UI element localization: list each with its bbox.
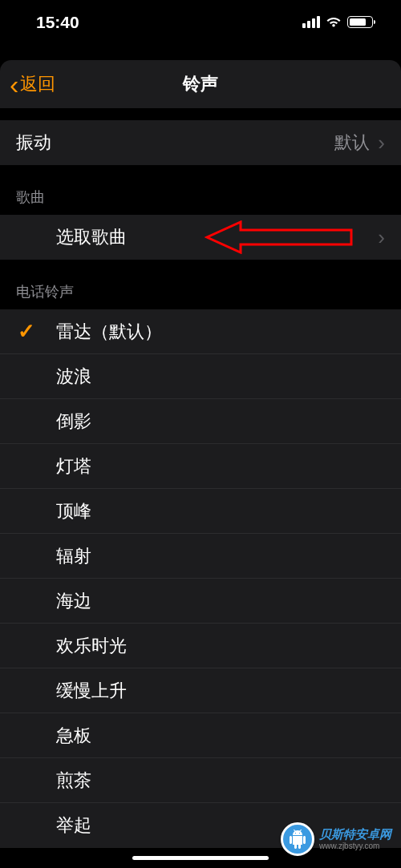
ringtones-header: 电话铃声 [0, 260, 401, 309]
ringtone-label: 海边 [56, 589, 91, 613]
ringtone-item[interactable]: 急板 [0, 713, 401, 758]
pick-song-row[interactable]: 选取歌曲 › [0, 215, 401, 260]
battery-icon [347, 16, 373, 28]
ringtone-item[interactable]: 海边 [0, 579, 401, 624]
ringtone-label: 辐射 [56, 544, 91, 568]
ringtone-item[interactable]: 波浪 [0, 354, 401, 399]
back-label: 返回 [20, 72, 55, 96]
content-area: 振动 默认 › 歌曲 选取歌曲 › 电话铃声 ✓雷达（默认）波浪倒影灯塔顶峰辐射… [0, 108, 401, 868]
songs-header: 歌曲 [0, 165, 401, 215]
nav-bar: ‹ 返回 铃声 [0, 60, 401, 108]
ringtone-item[interactable]: 倒影 [0, 399, 401, 444]
ringtone-label: 波浪 [56, 365, 91, 389]
ringtone-label: 雷达（默认） [56, 320, 162, 344]
chevron-right-icon: › [378, 131, 385, 155]
ringtone-label: 煎茶 [56, 769, 91, 793]
home-indicator[interactable] [132, 856, 269, 860]
ringtone-list: ✓雷达（默认）波浪倒影灯塔顶峰辐射海边欢乐时光缓慢上升急板煎茶举起 [0, 309, 401, 848]
pick-song-label: 选取歌曲 [56, 225, 127, 249]
annotation-arrow-icon [205, 220, 353, 254]
ringtone-item[interactable]: 顶峰 [0, 489, 401, 534]
ringtone-label: 急板 [56, 724, 91, 748]
watermark-title: 贝斯特安卓网 [319, 827, 391, 842]
ringtone-label: 缓慢上升 [56, 679, 127, 703]
page-title: 铃声 [0, 72, 401, 96]
status-icons [302, 16, 373, 28]
watermark-url: www.zjbstyy.com [319, 842, 391, 851]
ringtone-item[interactable]: 煎茶 [0, 758, 401, 803]
vibration-value: 默认 [334, 131, 370, 155]
ringtone-item[interactable]: 灯塔 [0, 444, 401, 489]
vibration-row[interactable]: 振动 默认 › [0, 120, 401, 165]
ringtone-item[interactable]: ✓雷达（默认） [0, 309, 401, 354]
status-bar: 15:40 [0, 0, 401, 44]
ringtone-label: 举起 [56, 813, 91, 838]
ringtone-label: 灯塔 [56, 454, 91, 478]
ringtone-item[interactable]: 缓慢上升 [0, 668, 401, 713]
back-button[interactable]: ‹ 返回 [10, 71, 55, 98]
ringtone-label: 顶峰 [56, 499, 91, 523]
watermark-logo-icon [281, 822, 314, 856]
cellular-icon [302, 16, 320, 28]
ringtone-label: 倒影 [56, 410, 91, 434]
wifi-icon [326, 16, 342, 28]
chevron-right-icon: › [378, 225, 385, 250]
chevron-left-icon: ‹ [10, 71, 18, 98]
status-time: 15:40 [36, 13, 79, 32]
settings-sheet: ‹ 返回 铃声 振动 默认 › 歌曲 选取歌曲 › 电话铃声 ✓雷达（默认）波浪… [0, 60, 401, 868]
vibration-label: 振动 [16, 131, 51, 155]
ringtone-item[interactable]: 欢乐时光 [0, 624, 401, 668]
ringtone-label: 欢乐时光 [56, 634, 127, 658]
watermark: 贝斯特安卓网 www.zjbstyy.com [281, 822, 391, 856]
ringtone-item[interactable]: 辐射 [0, 534, 401, 579]
checkmark-icon: ✓ [18, 319, 35, 344]
